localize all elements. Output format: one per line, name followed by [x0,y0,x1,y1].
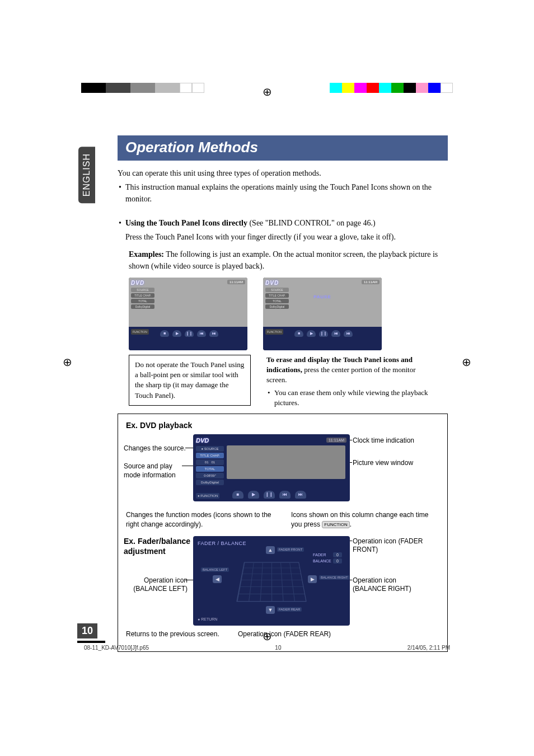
play-icon: ▶ [172,330,181,337]
title-chap-box: TITLE CHAP. [196,453,224,458]
stop-icon: ■ [232,491,243,499]
pause-icon: ❙❙ [264,491,275,499]
stop-icon: ■ [160,330,169,337]
arrow-right-icon: ▶ [308,575,317,583]
caption-erase-display: To erase and display the Touch Panel ico… [266,355,437,386]
annot-fader-rear: Operation icon (FADER REAR) [238,630,331,639]
diagram-box: Ex. DVD playback Changes the source. Sou… [118,414,448,652]
balance-right-label: BALANCE RIGHT [319,575,349,580]
registration-mark-icon: ⊕ [462,355,471,369]
stop-icon: ■ [294,330,303,337]
page-title: Operation Methods [118,135,448,161]
dvd-label: DVD [131,280,154,286]
prev-icon: ⏮ [279,491,291,499]
annot-icons-shown: Icons shown on this column change each t… [291,510,439,529]
arrow-down-icon: ▼ [266,606,275,614]
ex-fader-title: Ex. Fader/balanceadjustment [124,536,191,556]
footer-file: 08-11_KD-AV7010[J]f.p65 [84,645,149,651]
dolby-box: DolbyDigital [131,304,154,309]
total-box: TOTAL [131,299,154,303]
total-time-box: 0:08'09" [196,473,224,478]
function-box: FUNCTION [131,329,149,335]
source-box: ● SOURCE [196,446,224,452]
annot-balance-left: Operation icon (BALANCE LEFT) [126,576,188,594]
arrow-left-icon: ◀ [213,575,222,583]
fader-screenshot: FADER / BALANCE ▲ FADER FRONT ◀ BALANCE … [193,536,350,626]
total-box: TOTAL [265,299,289,303]
total-box: TOTAL [196,466,224,472]
color-registration-right [330,83,453,93]
source-box: SOURCE [131,288,154,292]
touch-panel-ref: (See "BLIND CONTROL" on page 46.) [247,219,376,227]
ex-dvd-title: Ex. DVD playback [126,421,439,430]
examples-paragraph: Examples: The following is just an examp… [129,248,448,272]
annot-changes-function: Changes the function modes (icons shown … [126,510,274,529]
screenshot-erase-icons: DVD SOURCE TITLE CHAP. TOTAL DolbyDigita… [263,278,382,350]
touch-panel-lead: Using the Touch Panel Icons directly [125,219,247,227]
balance-left-label: BALANCE LEFT [201,567,229,572]
dvd-label: DVD [196,437,224,444]
fader-readouts: FADER0 BALANCE0 [313,553,342,565]
clock-time: 11:11AM [362,280,380,284]
fader-rear-label: FADER REAR [277,607,302,612]
prev-icon: ⏮ [197,330,206,337]
annot-picture: Picture view window [353,459,413,468]
examples-lead: Examples: [129,250,164,259]
annot-fader-front: Operation icon (FADER FRONT) [353,537,425,555]
footer-date: 2/14/05, 2:11 PM [407,645,450,651]
source-box: SOURCE [265,288,289,292]
footer: 08-11_KD-AV7010[J]f.p65 10 2/14/05, 2:11… [84,645,450,651]
arrow-up-icon: ▲ [266,546,275,554]
footer-page: 10 [275,645,281,651]
next-icon: ⏭ [209,330,218,337]
pause-label: PAUSE [313,294,331,299]
fader-front-label: FADER FRONT [277,547,304,552]
numbers-box: 01 01 [196,459,224,465]
annot-balance-right: Operation icon (BALANCE RIGHT) [353,576,414,594]
intro-bullet: This instruction manual explains the ope… [118,181,448,205]
title-chap-box: TITLE CHAP. [265,293,289,298]
annot-changes-source: Changes the source. [124,444,186,453]
pause-icon: ❙❙ [319,330,328,337]
page-number: 10 [77,623,97,638]
annot-source-play: Source and play mode information [124,462,185,480]
next-icon: ⏭ [295,491,306,499]
prev-icon: ⏮ [331,330,340,337]
clock-time: 11:11AM [326,438,346,443]
language-tab: ENGLISH [78,147,95,203]
function-box: ● FUNCTION [196,493,219,499]
function-box: FUNCTION [265,329,283,335]
main-screenshot-dvd: DVD ● SOURCE TITLE CHAP. 01 01 TOTAL 0:0… [193,434,350,501]
footer-bar [77,641,105,643]
dvd-label: DVD [265,280,289,286]
intro-text: You can operate this unit using three ty… [118,167,448,179]
caption-right-bullet: You can erase them only while viewing th… [266,388,437,408]
touch-panel-bullet: Using the Touch Panel Icons directly (Se… [118,217,448,229]
registration-mark-icon: ⊕ [63,355,72,369]
touch-panel-body: Press the Touch Panel Icons with your fi… [118,231,448,243]
title-chap-box: TITLE CHAP. [131,293,154,298]
registration-mark-icon: ⊕ [263,85,272,98]
next-icon: ⏭ [344,330,353,337]
picture-viewport [227,445,345,479]
annot-returns: Returns to the previous screen. [126,630,219,639]
play-icon: ▶ [307,330,316,337]
return-label: RETURN [198,617,217,621]
dolby-box: DolbyDigital [265,304,289,309]
dolby-box: DolbyDigital [196,480,224,485]
annot-clock: Clock time indication [353,436,414,445]
play-icon: ▶ [248,491,259,499]
clock-time: 11:11AM [227,280,245,284]
screenshot-touch-controls: DVD SOURCE TITLE CHAP. TOTAL DolbyDigita… [129,278,247,350]
pause-icon: ❙❙ [185,330,194,337]
fader-balance-title: FADER / BALANCE [198,541,246,546]
examples-body: The following is just an example. On the… [129,250,438,270]
color-registration-left [81,83,204,93]
caption-warning-box: Do not operate the Touch Panel using a b… [129,355,251,406]
fader-grid [241,556,302,603]
function-chip: FUNCTION [322,521,349,528]
